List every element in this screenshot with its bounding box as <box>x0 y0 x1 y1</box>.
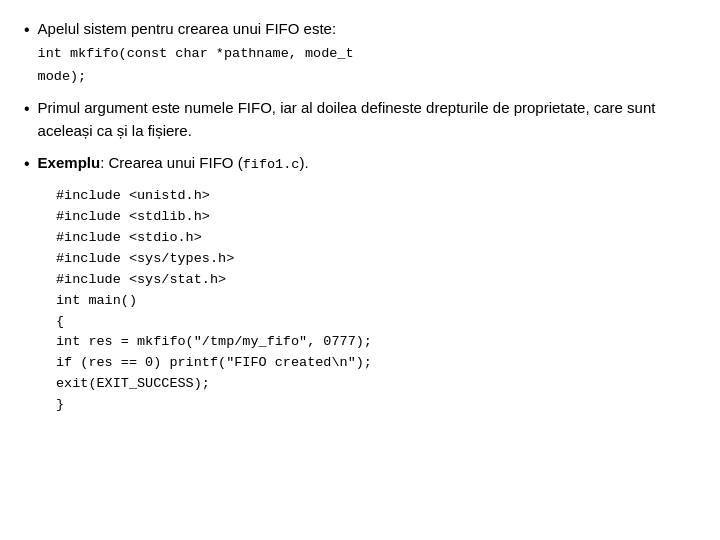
code-line-10: } <box>56 395 696 416</box>
code-line-5: int main() <box>56 291 696 312</box>
code-line-6: { <box>56 312 696 333</box>
bullet-3-code-inline: fifo1.c <box>243 157 300 172</box>
bullet-3-marker: • <box>24 152 30 176</box>
code-line-3: #include <sys/types.h> <box>56 249 696 270</box>
code-line-8: if (res == 0) printf("FIFO created\n"); <box>56 353 696 374</box>
code-line-0: #include <unistd.h> <box>56 186 696 207</box>
code-line-4: #include <sys/stat.h> <box>56 270 696 291</box>
main-content: • Apelul sistem pentru crearea unui FIFO… <box>0 0 720 434</box>
bullet-item-1: • Apelul sistem pentru crearea unui FIFO… <box>24 18 696 87</box>
bullet-1-code-line1: int mkfifo(const char *pathname, mode_t <box>38 46 354 61</box>
bullet-3-text-block: Exemplu: Crearea unui FIFO (fifo1.c). <box>38 152 696 175</box>
code-line-7: int res = mkfifo("/tmp/my_fifo", 0777); <box>56 332 696 353</box>
code-line-9: exit(EXIT_SUCCESS); <box>56 374 696 395</box>
code-line-2: #include <stdio.h> <box>56 228 696 249</box>
bullet-3-suffix: ). <box>299 154 308 171</box>
bullet-1-marker: • <box>24 18 30 42</box>
bullet-2-marker: • <box>24 97 30 121</box>
bullet-3-text: : Crearea unui FIFO ( <box>100 154 243 171</box>
bullet-1-code-line2: mode); <box>38 69 87 84</box>
bullet-2-text: Primul argument este numele FIFO, iar al… <box>38 99 656 139</box>
bullet-item-2: • Primul argument este numele FIFO, iar … <box>24 97 696 142</box>
bullet-3-prefix: Exemplu <box>38 154 101 171</box>
bullet-1-text-block: Apelul sistem pentru crearea unui FIFO e… <box>38 18 696 87</box>
bullet-2-text-block: Primul argument este numele FIFO, iar al… <box>38 97 696 142</box>
bullet-1-intro: Apelul sistem pentru crearea unui FIFO e… <box>38 20 336 37</box>
code-line-1: #include <stdlib.h> <box>56 207 696 228</box>
bullet-item-3: • Exemplu: Crearea unui FIFO (fifo1.c). <box>24 152 696 176</box>
code-block: #include <unistd.h>#include <stdlib.h>#i… <box>56 186 696 416</box>
